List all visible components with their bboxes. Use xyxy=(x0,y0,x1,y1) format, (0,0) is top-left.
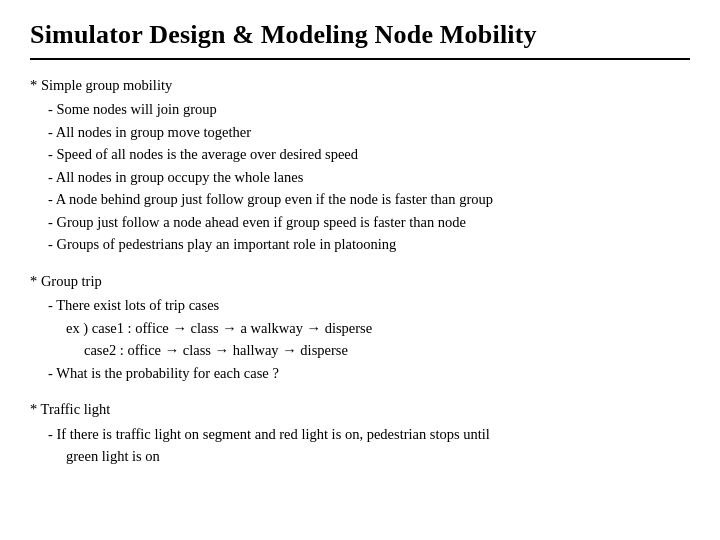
bullet-item: - Some nodes will join group xyxy=(30,98,690,120)
bullet-item: ex ) case1 : office → class → a walkway … xyxy=(30,317,690,339)
bullet-item: case2 : office → class → hallway → dispe… xyxy=(30,339,690,361)
bullet-item: - All nodes in group occupy the whole la… xyxy=(30,166,690,188)
content-area: * Simple group mobility - Some nodes wil… xyxy=(30,74,690,482)
bullet-item: - Group just follow a node ahead even if… xyxy=(30,211,690,233)
bullet-item: - Groups of pedestrians play an importan… xyxy=(30,233,690,255)
bullet-item: green light is on xyxy=(30,445,690,467)
section-header-2: * Traffic light xyxy=(30,398,690,420)
bullet-item: - If there is traffic light on segment a… xyxy=(30,423,690,445)
slide-title: Simulator Design & Modeling Node Mobilit… xyxy=(30,20,690,50)
section-header-0: * Simple group mobility xyxy=(30,74,690,96)
section-traffic-light: * Traffic light - If there is traffic li… xyxy=(30,398,690,467)
bullet-item: - A node behind group just follow group … xyxy=(30,188,690,210)
bullet-item: - Speed of all nodes is the average over… xyxy=(30,143,690,165)
section-simple-group: * Simple group mobility - Some nodes wil… xyxy=(30,74,690,256)
bullet-item: - There exist lots of trip cases xyxy=(30,294,690,316)
title-divider xyxy=(30,58,690,60)
bullet-item: - All nodes in group move together xyxy=(30,121,690,143)
bullet-item: - What is the probability for each case … xyxy=(30,362,690,384)
section-header-1: * Group trip xyxy=(30,270,690,292)
section-group-trip: * Group trip - There exist lots of trip … xyxy=(30,270,690,384)
slide-container: Simulator Design & Modeling Node Mobilit… xyxy=(0,0,720,540)
